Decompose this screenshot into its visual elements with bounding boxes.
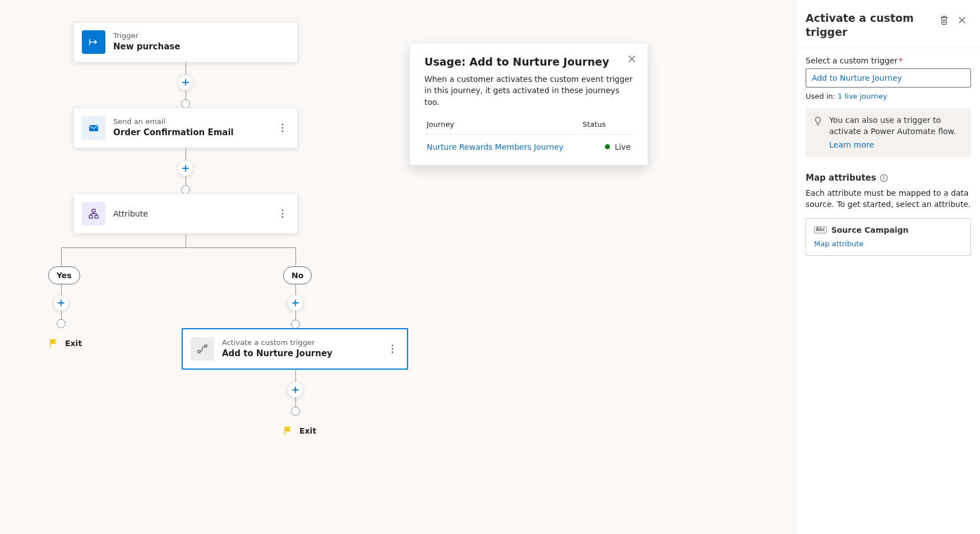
svg-point-9 [282, 217, 284, 218]
close-pane-button[interactable] [953, 11, 971, 29]
connector-dot [181, 99, 190, 108]
mail-icon [82, 116, 105, 140]
tile-trigger-label: Trigger [113, 31, 180, 40]
add-step-button[interactable] [288, 382, 303, 398]
svg-point-2 [282, 127, 284, 129]
usage-close-button[interactable] [624, 51, 640, 67]
connector-dot [291, 320, 300, 329]
text-type-icon: Abc [814, 227, 827, 233]
pane-title: Activate a custom trigger [806, 11, 935, 39]
add-step-button[interactable] [53, 295, 69, 311]
svg-point-10 [198, 351, 200, 353]
add-step-button[interactable] [178, 75, 193, 90]
journey-flow-icon [191, 337, 214, 361]
branch-pill-no[interactable]: No [283, 266, 312, 284]
svg-point-13 [392, 348, 394, 350]
tile-trigger[interactable]: Trigger New purchase [73, 22, 298, 62]
svg-point-16 [883, 176, 884, 177]
svg-point-1 [282, 124, 284, 126]
tile-email-title: Order Confirmation Email [113, 127, 234, 139]
tile-custom-title: Add to Nurture Journey [222, 348, 332, 360]
exit-marker: Exit [283, 425, 316, 436]
flag-icon [48, 338, 59, 349]
usage-heading: Usage: Add to Nurture Journey [424, 56, 633, 68]
properties-pane: Activate a custom trigger Select a custo… [796, 0, 980, 534]
trigger-start-icon [82, 30, 105, 54]
branch-pill-yes[interactable]: Yes [48, 266, 80, 284]
svg-point-12 [392, 345, 394, 347]
select-trigger-value: Add to Nurture Journey [812, 73, 902, 82]
flag-icon [283, 425, 294, 436]
info-icon[interactable] [880, 174, 888, 182]
delete-button[interactable] [935, 11, 953, 29]
add-step-button[interactable] [288, 295, 303, 311]
svg-point-7 [282, 210, 284, 211]
learn-more-link[interactable]: Learn more [829, 140, 963, 151]
svg-rect-17 [884, 177, 884, 179]
select-trigger-combobox[interactable]: Add to Nurture Journey [806, 68, 971, 88]
svg-point-14 [392, 352, 394, 353]
usage-journey-link[interactable]: Nurture Rewards Members Journey [427, 142, 605, 151]
attribute-card[interactable]: Abc Source Campaign Map attribute [806, 218, 971, 256]
tile-attribute-label: Attribute [113, 209, 148, 219]
branch-yes-label: Yes [57, 271, 72, 280]
usage-description: When a customer activates the custom eve… [424, 73, 633, 108]
status-live-dot [605, 144, 610, 149]
connector-dot [291, 407, 300, 416]
svg-point-11 [205, 345, 207, 347]
lightbulb-icon [813, 116, 824, 150]
svg-point-8 [282, 213, 284, 215]
tile-custom-label: Activate a custom trigger [222, 338, 332, 347]
used-in-link[interactable]: 1 live journey [838, 92, 887, 100]
usage-popover: Usage: Add to Nurture Journey When a cus… [409, 43, 648, 165]
select-trigger-label: Select a custom trigger* [806, 56, 971, 65]
usage-row: Nurture Rewards Members Journey Live [424, 135, 633, 154]
usage-status-text: Live [614, 142, 631, 151]
add-step-button[interactable] [178, 160, 193, 176]
exit-marker: Exit [48, 338, 82, 349]
tile-email-more-menu[interactable] [276, 120, 289, 136]
svg-rect-4 [92, 209, 95, 212]
tip-text: You can also use a trigger to activate a… [829, 116, 956, 136]
connector-dot [181, 185, 190, 194]
usage-col-journey: Journey [427, 120, 583, 128]
branch-no-label: No [292, 271, 303, 280]
branch-icon [82, 202, 105, 225]
svg-rect-5 [89, 215, 93, 218]
tile-email[interactable]: Send an email Order Confirmation Email [73, 108, 298, 148]
exit-label: Exit [299, 426, 316, 435]
svg-point-3 [282, 131, 284, 132]
tip-callout: You can also use a trigger to activate a… [806, 108, 971, 157]
map-attributes-description: Each attribute must be mapped to a data … [806, 187, 971, 210]
tile-custom-more-menu[interactable] [386, 341, 399, 357]
tile-trigger-title: New purchase [113, 42, 180, 53]
svg-rect-6 [95, 215, 98, 218]
tile-email-label: Send an email [113, 117, 234, 126]
used-in-text: Used in: 1 live journey [806, 92, 971, 100]
map-attribute-link[interactable]: Map attribute [814, 240, 863, 248]
tile-attribute-more-menu[interactable] [276, 206, 289, 222]
exit-label: Exit [65, 339, 82, 348]
connector-dot [57, 319, 66, 328]
map-attributes-heading: Map attributes [806, 173, 971, 183]
tile-attribute[interactable]: Attribute [73, 194, 298, 234]
attribute-name: Source Campaign [831, 225, 909, 234]
used-in-prefix: Used in: [806, 92, 838, 100]
usage-col-status: Status [583, 120, 631, 128]
tile-activate-custom-trigger[interactable]: Activate a custom trigger Add to Nurture… [182, 328, 408, 370]
